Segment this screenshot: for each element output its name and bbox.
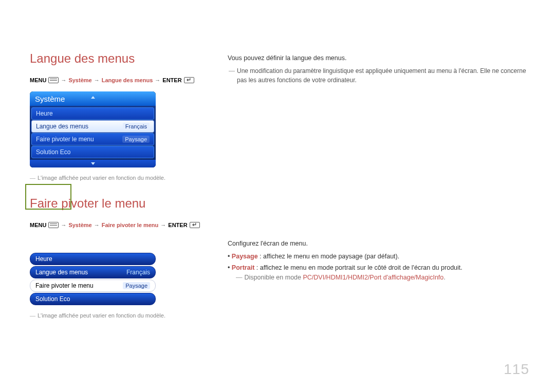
available-pre: Disponible en mode xyxy=(245,274,303,281)
arrow-icon: → xyxy=(61,222,66,228)
bullet-paysage: Paysage : affichez le menu en mode paysa… xyxy=(228,252,529,262)
available-note: Disponible en mode PC/DVI/HDMI1/HDMI2/Po… xyxy=(236,273,529,283)
section-title-pivoter: Faire pivoter le menu xyxy=(30,196,210,211)
bc-enter-label: ENTER xyxy=(168,222,187,228)
osd-row-value: Français xyxy=(126,269,150,276)
desc-intro-1: Vous pouvez définir la langue des menus. xyxy=(228,53,529,63)
bc-step-langue: Langue des menus xyxy=(102,77,153,83)
osd-row-label: Solution Eco xyxy=(36,148,70,156)
desc-note-text: Une modification du paramètre linguistiq… xyxy=(237,66,529,85)
menu-icon xyxy=(48,77,59,83)
osd-list: Heure Langue des menus Français Faire pi… xyxy=(30,253,156,305)
chevron-down-icon[interactable] xyxy=(91,162,95,165)
footnote-1: L'image affichée peut varier en fonction… xyxy=(30,175,210,181)
arrow-icon: → xyxy=(155,77,160,83)
bc-step-pivoter: Faire pivoter le menu xyxy=(102,222,159,228)
bullet-portrait: Portrait : affichez le menu en mode port… xyxy=(228,263,529,283)
osd-header: Système xyxy=(30,91,156,106)
bc-enter-label: ENTER xyxy=(162,77,181,83)
arrow-icon: → xyxy=(160,222,166,228)
osd-row-langue[interactable]: Langue des menus Français xyxy=(30,266,156,278)
osd-row-pivoter[interactable]: Faire pivoter le menu Paysage xyxy=(30,279,156,292)
bullet-text: : affichez le menu en mode paysage (par … xyxy=(258,253,400,260)
osd-row-label: Faire pivoter le menu xyxy=(36,136,94,143)
osd-row-heure[interactable]: Heure xyxy=(30,253,156,265)
arrow-icon: → xyxy=(94,222,100,228)
footnote-2: L'image affichée peut varier en fonction… xyxy=(30,312,210,319)
osd-row-label: Heure xyxy=(36,110,53,117)
page-number: 115 xyxy=(504,361,529,378)
osd-footer xyxy=(30,160,156,167)
enter-icon xyxy=(190,222,200,228)
bullet-kw: Paysage xyxy=(232,253,258,260)
osd-list: Heure Langue des menus Français Faire pi… xyxy=(30,106,156,160)
osd-panel-systeme: Système Heure Langue des menus Français … xyxy=(30,91,156,167)
osd-header-label: Système xyxy=(35,95,65,103)
desc-intro-2: Configurez l'écran de menu. xyxy=(228,239,529,249)
bc-menu-label: MENU xyxy=(30,222,46,228)
bc-step-systeme: Système xyxy=(68,77,91,83)
osd-row-eco[interactable]: Solution Eco xyxy=(30,293,156,305)
available-post: . xyxy=(443,274,445,281)
osd-row-value: Paysage xyxy=(123,282,150,289)
breadcrumb-pivoter: MENU → Système → Faire pivoter le menu →… xyxy=(30,222,210,228)
arrow-icon: → xyxy=(61,77,66,83)
osd-row-eco[interactable]: Solution Eco xyxy=(31,146,154,158)
osd-row-label: Heure xyxy=(35,255,52,263)
osd-row-label: Langue des menus xyxy=(35,269,88,276)
desc-note-1: Une modification du paramètre linguistiq… xyxy=(229,66,529,85)
menu-icon xyxy=(48,222,59,228)
chevron-up-icon[interactable] xyxy=(91,96,95,99)
osd-row-value: Français xyxy=(123,123,150,130)
osd-row-value: Paysage xyxy=(122,136,150,143)
arrow-icon: → xyxy=(94,77,100,83)
osd-panel-pivoter: Heure Langue des menus Français Faire pi… xyxy=(30,253,156,305)
enter-icon xyxy=(184,77,194,83)
osd-row-label: Faire pivoter le menu xyxy=(35,282,94,289)
breadcrumb-langue: MENU → Système → Langue des menus → ENTE… xyxy=(30,77,210,83)
osd-row-langue[interactable]: Langue des menus Français xyxy=(31,120,154,133)
bc-menu-label: MENU xyxy=(30,77,46,83)
osd-row-label: Langue des menus xyxy=(36,123,88,130)
bullet-kw: Portrait xyxy=(232,264,254,271)
section-title-langue: Langue des menus xyxy=(30,51,210,66)
bullet-list: Paysage : affichez le menu en mode paysa… xyxy=(228,252,529,283)
bullet-text: : affichez le menu en mode portrait sur … xyxy=(254,264,462,271)
footnote-text: L'image affichée peut varier en fonction… xyxy=(38,312,165,319)
osd-row-label: Solution Eco xyxy=(35,295,70,303)
available-modes: PC/DVI/HDMI1/HDMI2/Port d'affichage/Magi… xyxy=(303,274,443,281)
osd-row-heure[interactable]: Heure xyxy=(31,107,154,120)
osd-row-pivoter[interactable]: Faire pivoter le menu Paysage xyxy=(31,133,154,145)
bc-step-systeme: Système xyxy=(68,222,91,228)
footnote-text: L'image affichée peut varier en fonction… xyxy=(38,175,165,181)
